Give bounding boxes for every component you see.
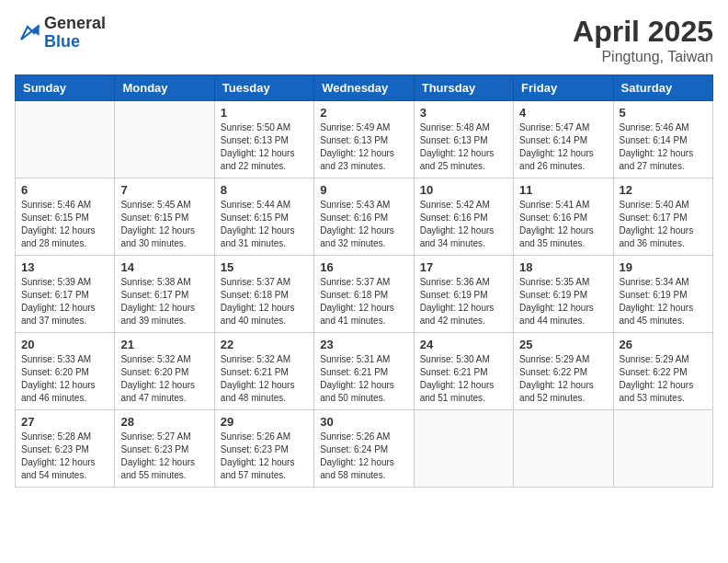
calendar-cell: 2Sunrise: 5:49 AM Sunset: 6:13 PM Daylig… — [314, 101, 414, 178]
day-info: Sunrise: 5:44 AM Sunset: 6:15 PM Dayligh… — [221, 199, 308, 250]
day-number: 9 — [320, 183, 407, 197]
calendar-cell: 12Sunrise: 5:40 AM Sunset: 6:17 PM Dayli… — [613, 178, 712, 256]
day-number: 8 — [221, 183, 308, 197]
week-row-0: 1Sunrise: 5:50 AM Sunset: 6:13 PM Daylig… — [16, 101, 713, 178]
day-info: Sunrise: 5:31 AM Sunset: 6:21 PM Dayligh… — [320, 353, 407, 405]
day-number: 19 — [620, 260, 707, 274]
day-info: Sunrise: 5:45 AM Sunset: 6:15 PM Dayligh… — [120, 199, 208, 250]
calendar-cell — [613, 410, 712, 488]
calendar-cell: 3Sunrise: 5:48 AM Sunset: 6:13 PM Daylig… — [414, 101, 513, 178]
calendar-cell: 27Sunrise: 5:28 AM Sunset: 6:23 PM Dayli… — [16, 410, 115, 488]
weekday-header-wednesday: Wednesday — [314, 75, 414, 101]
logo-general: General — [44, 14, 106, 32]
day-number: 3 — [420, 106, 507, 120]
calendar-cell — [514, 410, 613, 488]
calendar-cell — [16, 101, 115, 178]
day-info: Sunrise: 5:48 AM Sunset: 6:13 PM Dayligh… — [420, 121, 507, 173]
day-info: Sunrise: 5:46 AM Sunset: 6:15 PM Dayligh… — [21, 199, 108, 250]
calendar-cell: 5Sunrise: 5:46 AM Sunset: 6:14 PM Daylig… — [613, 101, 712, 178]
weekday-header-saturday: Saturday — [613, 75, 712, 101]
day-number: 22 — [221, 338, 308, 351]
weekday-header-thursday: Thursday — [414, 75, 513, 101]
day-number: 18 — [519, 260, 607, 274]
day-info: Sunrise: 5:38 AM Sunset: 6:17 PM Dayligh… — [120, 276, 208, 327]
day-number: 29 — [221, 415, 308, 429]
day-number: 14 — [120, 260, 208, 274]
calendar-cell: 4Sunrise: 5:47 AM Sunset: 6:14 PM Daylig… — [514, 101, 613, 178]
day-number: 4 — [519, 106, 607, 120]
day-info: Sunrise: 5:46 AM Sunset: 6:14 PM Dayligh… — [620, 121, 707, 173]
day-number: 27 — [21, 415, 108, 429]
week-row-3: 20Sunrise: 5:33 AM Sunset: 6:20 PM Dayli… — [16, 333, 713, 410]
calendar-cell: 28Sunrise: 5:27 AM Sunset: 6:23 PM Dayli… — [115, 410, 214, 488]
day-number: 6 — [21, 183, 108, 197]
day-info: Sunrise: 5:49 AM Sunset: 6:13 PM Dayligh… — [320, 121, 407, 173]
calendar-cell: 25Sunrise: 5:29 AM Sunset: 6:22 PM Dayli… — [514, 333, 613, 410]
day-info: Sunrise: 5:42 AM Sunset: 6:16 PM Dayligh… — [420, 199, 507, 250]
calendar-cell: 26Sunrise: 5:29 AM Sunset: 6:22 PM Dayli… — [613, 333, 712, 410]
day-info: Sunrise: 5:39 AM Sunset: 6:17 PM Dayligh… — [21, 276, 108, 327]
calendar-cell: 19Sunrise: 5:34 AM Sunset: 6:19 PM Dayli… — [613, 256, 712, 333]
day-number: 25 — [519, 338, 607, 351]
calendar-cell: 20Sunrise: 5:33 AM Sunset: 6:20 PM Dayli… — [16, 333, 115, 410]
logo-blue: Blue — [44, 32, 80, 51]
day-number: 10 — [420, 183, 507, 197]
day-info: Sunrise: 5:26 AM Sunset: 6:23 PM Dayligh… — [221, 431, 308, 482]
week-row-1: 6Sunrise: 5:46 AM Sunset: 6:15 PM Daylig… — [16, 178, 713, 256]
day-number: 2 — [320, 106, 407, 120]
weekday-header-tuesday: Tuesday — [214, 75, 313, 101]
day-info: Sunrise: 5:47 AM Sunset: 6:14 PM Dayligh… — [519, 121, 607, 173]
calendar-cell: 29Sunrise: 5:26 AM Sunset: 6:23 PM Dayli… — [214, 410, 313, 488]
header: General Blue April 2025 Pingtung, Taiwan — [15, 15, 713, 65]
day-info: Sunrise: 5:32 AM Sunset: 6:20 PM Dayligh… — [120, 353, 208, 405]
logo-icon — [15, 20, 40, 46]
day-info: Sunrise: 5:40 AM Sunset: 6:17 PM Dayligh… — [620, 199, 707, 250]
week-row-4: 27Sunrise: 5:28 AM Sunset: 6:23 PM Dayli… — [16, 410, 713, 488]
day-number: 1 — [221, 106, 308, 120]
calendar-cell: 14Sunrise: 5:38 AM Sunset: 6:17 PM Dayli… — [115, 256, 214, 333]
day-number: 28 — [120, 415, 208, 429]
day-info: Sunrise: 5:30 AM Sunset: 6:21 PM Dayligh… — [420, 353, 507, 405]
day-info: Sunrise: 5:37 AM Sunset: 6:18 PM Dayligh… — [320, 276, 407, 327]
day-number: 13 — [21, 260, 108, 274]
day-info: Sunrise: 5:33 AM Sunset: 6:20 PM Dayligh… — [21, 353, 108, 405]
day-info: Sunrise: 5:29 AM Sunset: 6:22 PM Dayligh… — [519, 353, 607, 405]
day-info: Sunrise: 5:41 AM Sunset: 6:16 PM Dayligh… — [519, 199, 607, 250]
day-info: Sunrise: 5:50 AM Sunset: 6:13 PM Dayligh… — [221, 121, 308, 173]
title-area: April 2025 Pingtung, Taiwan — [573, 15, 713, 65]
day-info: Sunrise: 5:32 AM Sunset: 6:21 PM Dayligh… — [221, 353, 308, 405]
weekday-header-friday: Friday — [514, 75, 613, 101]
day-number: 26 — [620, 338, 707, 351]
calendar-cell: 9Sunrise: 5:43 AM Sunset: 6:16 PM Daylig… — [314, 178, 414, 256]
day-number: 15 — [221, 260, 308, 274]
day-number: 23 — [320, 338, 407, 351]
calendar-cell: 16Sunrise: 5:37 AM Sunset: 6:18 PM Dayli… — [314, 256, 414, 333]
calendar-cell: 13Sunrise: 5:39 AM Sunset: 6:17 PM Dayli… — [16, 256, 115, 333]
calendar-cell: 11Sunrise: 5:41 AM Sunset: 6:16 PM Dayli… — [514, 178, 613, 256]
day-number: 12 — [620, 183, 707, 197]
calendar-cell: 22Sunrise: 5:32 AM Sunset: 6:21 PM Dayli… — [214, 333, 313, 410]
calendar-cell: 7Sunrise: 5:45 AM Sunset: 6:15 PM Daylig… — [115, 178, 214, 256]
calendar-table: SundayMondayTuesdayWednesdayThursdayFrid… — [15, 75, 713, 488]
logo-text: General Blue — [44, 15, 106, 52]
calendar-cell: 6Sunrise: 5:46 AM Sunset: 6:15 PM Daylig… — [16, 178, 115, 256]
day-info: Sunrise: 5:28 AM Sunset: 6:23 PM Dayligh… — [21, 431, 108, 482]
day-info: Sunrise: 5:26 AM Sunset: 6:24 PM Dayligh… — [320, 431, 407, 482]
day-info: Sunrise: 5:35 AM Sunset: 6:19 PM Dayligh… — [519, 276, 607, 327]
day-number: 20 — [21, 338, 108, 351]
day-info: Sunrise: 5:27 AM Sunset: 6:23 PM Dayligh… — [120, 431, 208, 482]
weekday-header-sunday: Sunday — [16, 75, 115, 101]
day-number: 24 — [420, 338, 507, 351]
calendar-cell: 10Sunrise: 5:42 AM Sunset: 6:16 PM Dayli… — [414, 178, 513, 256]
calendar-cell: 18Sunrise: 5:35 AM Sunset: 6:19 PM Dayli… — [514, 256, 613, 333]
logo: General Blue — [15, 15, 106, 52]
calendar-cell: 8Sunrise: 5:44 AM Sunset: 6:15 PM Daylig… — [214, 178, 313, 256]
calendar-cell — [414, 410, 513, 488]
day-number: 11 — [519, 183, 607, 197]
calendar-cell: 1Sunrise: 5:50 AM Sunset: 6:13 PM Daylig… — [214, 101, 313, 178]
day-number: 17 — [420, 260, 507, 274]
day-number: 16 — [320, 260, 407, 274]
day-info: Sunrise: 5:37 AM Sunset: 6:18 PM Dayligh… — [221, 276, 308, 327]
day-number: 30 — [320, 415, 407, 429]
calendar-cell: 15Sunrise: 5:37 AM Sunset: 6:18 PM Dayli… — [214, 256, 313, 333]
